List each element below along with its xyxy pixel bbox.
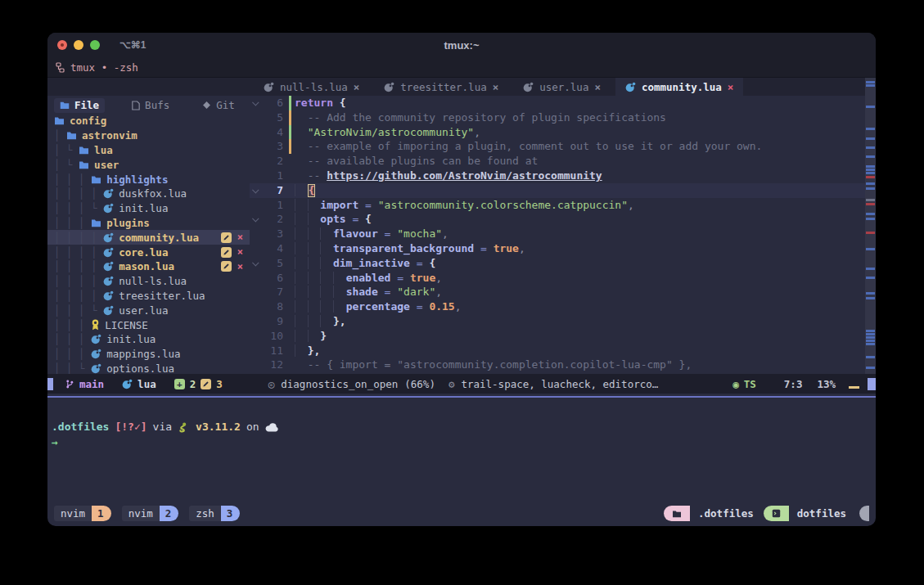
tmux-window-zsh-3[interactable]: zsh3 (189, 506, 240, 521)
tree-item-duskfox.lua[interactable]: │ │ │ │ duskfox.lua (54, 187, 250, 201)
fold-column (250, 344, 262, 358)
filetype-label: lua (137, 378, 156, 390)
folder-icon (79, 146, 89, 155)
fold-chevron-icon[interactable] (250, 212, 262, 227)
terminal-window: ⌥⌘1 tmux:~ tmux • -zsh null-ls.lua×trees… (47, 33, 876, 526)
tree-item-astronvim[interactable]: │ astronvim (54, 128, 250, 143)
tab-bufs[interactable]: Bufs (126, 98, 175, 113)
session-tab[interactable]: tmux • -zsh (47, 57, 876, 78)
red-rail-mark (866, 203, 875, 205)
lua-icon (103, 290, 114, 301)
tree-item-user.lua[interactable]: │ │ │ └ user.lua (54, 303, 250, 317)
fold-chevron-icon[interactable] (250, 256, 262, 271)
file-tree: config│ astronvim│ └ lua│ └ user│ │ │ hi… (54, 114, 250, 374)
tree-item-highlights[interactable]: │ │ │ highlights (54, 172, 250, 187)
line-number: 3 (262, 227, 289, 241)
code-line: 10 } (250, 329, 865, 344)
tree-item-label: treesitter.lua (119, 290, 205, 302)
tree-item-lua[interactable]: │ └ lua (54, 143, 250, 158)
tree-item-label: astronvim (82, 129, 137, 142)
gitsign-column (289, 125, 295, 140)
tree-item-config[interactable]: config (54, 114, 250, 128)
blue-rail-mark (866, 172, 875, 174)
gitsign-column (289, 358, 295, 372)
blue-rail-mark (866, 169, 875, 171)
blue-rail-mark (866, 248, 875, 250)
code-line: 4 "AstroNvim/astrocommunity", (250, 125, 865, 140)
close-icon[interactable]: × (354, 81, 360, 93)
tree-item-LICENSE[interactable]: │ │ │ LICENSE (54, 317, 250, 332)
tab-git[interactable]: Git (196, 98, 241, 113)
added-count: 2 (190, 378, 196, 390)
fold-chevron-icon[interactable] (250, 96, 262, 110)
line-number: 12 (262, 358, 289, 372)
blue-rail-mark (866, 333, 875, 335)
tree-item-core.lua[interactable]: │ │ │ │ core.lua× (54, 245, 250, 259)
zsh-pane[interactable]: .dotfiles [!?✓] via v3.11.2 on → (47, 398, 876, 502)
code-text: shade = "dark", (295, 285, 442, 299)
line-number: 5 (262, 256, 289, 271)
tree-item-options.lua[interactable]: │ │ └ options.lua (54, 362, 250, 374)
terminal-icon (772, 509, 781, 518)
buffer-tab-user.lua[interactable]: user.lua× (513, 78, 611, 96)
gitsign-column (289, 329, 295, 344)
tree-item-mason.lua[interactable]: │ │ │ │ mason.lua× (54, 259, 250, 274)
tree-item-mappings.lua[interactable]: │ │ │ mappings.lua (54, 347, 250, 362)
diagnostics-label: diagnostics_on_open (281, 378, 398, 390)
line-number: 10 (262, 329, 289, 344)
statusline-right-cap (868, 378, 876, 390)
code-text: { (295, 183, 315, 198)
blue-rail-mark (866, 137, 875, 140)
lua-icon (523, 82, 534, 92)
tree-item-label: mason.lua (119, 260, 174, 272)
gitsign-column (289, 344, 295, 358)
diamond-icon (202, 101, 211, 110)
line-number: 11 (262, 344, 289, 358)
title-bar[interactable]: ⌥⌘1 tmux:~ (47, 33, 876, 57)
close-icon[interactable]: × (728, 81, 734, 93)
tree-guides: │ │ │ (54, 217, 91, 229)
tab-file[interactable]: File (54, 98, 105, 113)
gitsign-column (289, 183, 295, 198)
folder-icon (60, 101, 70, 110)
code-editor[interactable]: 6return {5 -- Add the community reposito… (250, 96, 876, 374)
line-number: 2 (262, 212, 289, 227)
close-icon[interactable]: × (594, 81, 601, 93)
tmux-window-nvim-1[interactable]: nvim1 (54, 506, 111, 521)
tree-item-community.lua[interactable]: │ │ │ │ community.lua× (47, 230, 250, 245)
tree-item-null-ls.lua[interactable]: │ │ │ │ null-ls.lua (54, 274, 250, 289)
tree-item-user[interactable]: │ └ user (54, 157, 250, 172)
tree-item-init.lua[interactable]: │ │ │ init.lua (54, 332, 250, 347)
gitsign-column (289, 198, 295, 213)
code-line: 5 dim_inactive = { (250, 256, 865, 271)
scrollbar-rail[interactable] (865, 78, 876, 374)
diagnostics-icon: ◎ (268, 378, 275, 390)
fold-column (250, 299, 262, 314)
buffer-tab-treesitter.lua[interactable]: treesitter.lua× (374, 78, 508, 96)
code-line: 1 -- https://github.com/AstroNvim/astroc… (250, 169, 865, 183)
tree-item-treesitter.lua[interactable]: │ │ │ │ treesitter.lua (54, 289, 250, 304)
buffer-tab-community.lua[interactable]: community.lua× (615, 78, 743, 96)
fold-column (250, 358, 262, 372)
tmux-window-nvim-2[interactable]: nvim2 (122, 506, 179, 521)
shell-input-line[interactable]: → (52, 434, 876, 450)
blue-rail-mark (866, 81, 875, 83)
buffer-tab-label: community.lua (642, 81, 722, 93)
tree-item-init.lua[interactable]: │ │ │ └ init.lua (54, 201, 250, 216)
buffer-tab-null-ls.lua[interactable]: null-ls.lua× (254, 78, 369, 96)
modified-icon (221, 232, 232, 243)
fold-chevron-icon[interactable] (250, 183, 262, 198)
tree-item-label: mappings.lua (106, 348, 180, 360)
tab-git-label: Git (216, 99, 235, 111)
code-text: -- { import = "astrocommunity.completion… (295, 358, 692, 372)
blue-rail-mark (866, 182, 875, 185)
code-text: dim_inactive = { (295, 256, 435, 271)
git-branch: main (65, 378, 104, 390)
line-number: 1 (262, 169, 289, 183)
lua-icon (264, 82, 274, 92)
mode-indicator (47, 378, 53, 390)
tree-item-plugins[interactable]: │ │ │ plugins (54, 216, 250, 231)
close-icon[interactable]: × (493, 81, 499, 93)
lua-icon (103, 305, 114, 316)
folder-icon (79, 160, 89, 169)
